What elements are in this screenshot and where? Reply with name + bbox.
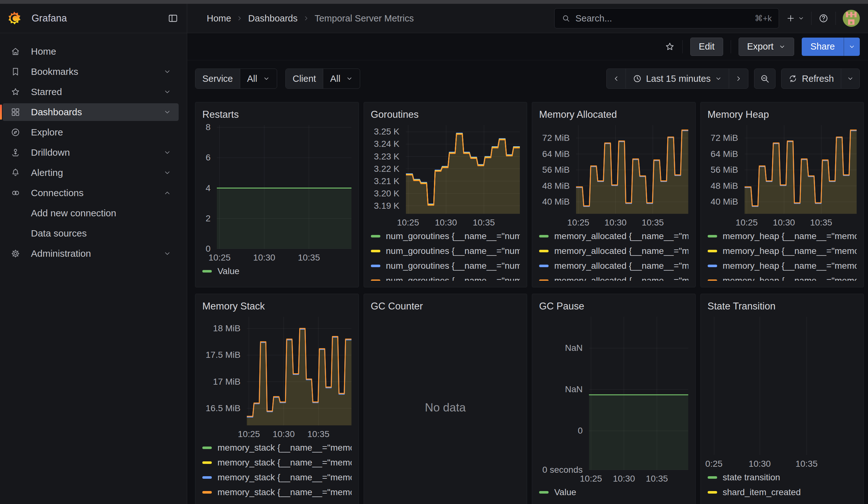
legend-item[interactable]: num_goroutines {__name__="num_go: [371, 231, 520, 241]
breadcrumb: Home Dashboards Temporal Server Metrics: [207, 13, 414, 24]
chevron-down-icon[interactable]: [164, 169, 171, 176]
legend-item[interactable]: memory_allocated {__name__="memo: [539, 231, 689, 241]
chevron-down-icon[interactable]: [164, 108, 171, 116]
sidebar-item-explore[interactable]: Explore: [2, 123, 179, 141]
panel-title[interactable]: State Transition: [707, 299, 857, 313]
sidebar-item-data-sources[interactable]: Data sources: [2, 225, 179, 242]
sidebar-item-home[interactable]: Home: [2, 43, 179, 60]
sidebar-item-label: Bookmarks: [31, 66, 78, 77]
sidebar-item-alerting[interactable]: Alerting: [2, 164, 179, 182]
chevron-down-icon[interactable]: [164, 149, 171, 156]
panel-title[interactable]: GC Counter: [371, 299, 520, 313]
search-input[interactable]: Search... ⌘+k: [554, 8, 779, 28]
panel-title[interactable]: Memory Allocated: [539, 107, 689, 122]
sidebar-item-bookmarks[interactable]: Bookmarks: [2, 63, 179, 81]
breadcrumb-dashboards[interactable]: Dashboards: [248, 13, 297, 24]
edit-button[interactable]: Edit: [690, 38, 723, 56]
star-dashboard-icon[interactable]: [665, 42, 675, 52]
panel-chart: 18 MiB17.5 MiB17 MiB16.5 MiB10:2510:3010…: [202, 317, 352, 502]
sidebar-item-starred[interactable]: Starred: [2, 83, 179, 101]
legend-item[interactable]: num_goroutines {__name__="num_go: [371, 275, 520, 281]
legend-series-label: memory_allocated {__name__="memo: [554, 246, 689, 256]
sidebar-item-administration[interactable]: Administration: [2, 245, 179, 263]
sidebar-item-connections[interactable]: Connections: [2, 184, 179, 202]
share-dropdown-button[interactable]: [844, 38, 860, 56]
panel-title[interactable]: Memory Stack: [202, 299, 352, 313]
share-button[interactable]: Share: [802, 38, 844, 56]
legend-item[interactable]: memory_heap {__name__="memory_h: [707, 260, 857, 271]
sidebar-item-dashboards[interactable]: Dashboards: [2, 103, 179, 121]
legend-item[interactable]: Value: [202, 266, 352, 276]
x-tick-label: 10:30: [773, 218, 795, 228]
legend-item[interactable]: memory_allocated {__name__="memo: [539, 275, 689, 281]
y-tick-label: 16.5 MiB: [206, 403, 241, 413]
service-filter-selected: All: [247, 74, 257, 84]
legend-item[interactable]: memory_heap {__name__="memory_h: [707, 246, 857, 256]
legend-series-dash: [202, 461, 212, 464]
legend-series-dash: [539, 250, 549, 252]
legend-series-dash: [539, 279, 549, 281]
chevron-down-icon[interactable]: [164, 88, 171, 96]
legend-item[interactable]: memory_allocated {__name__="memo: [539, 246, 689, 256]
sidebar-item-drilldown[interactable]: Drilldown: [2, 144, 179, 161]
legend-item[interactable]: shard_item_created: [707, 487, 857, 497]
legend-item[interactable]: memory_allocated {__name__="memo: [539, 260, 689, 271]
client-filter-value[interactable]: All: [323, 69, 360, 89]
legend-series-label: num_goroutines {__name__="num_go: [386, 261, 520, 271]
panel-title[interactable]: Restarts: [202, 107, 352, 122]
legend-item[interactable]: memory_heap {__name__="memory_h: [707, 231, 857, 241]
panel-toggle-icon[interactable]: [168, 13, 178, 23]
y-tick-label: NaN: [565, 384, 583, 394]
add-new-button[interactable]: [786, 13, 804, 23]
zoom-out-button[interactable]: [754, 69, 776, 89]
refresh-interval-button[interactable]: [841, 69, 859, 89]
y-tick-label: 17 MiB: [213, 377, 240, 387]
panel-title[interactable]: GC Pause: [539, 299, 689, 313]
legend-item[interactable]: num_goroutines {__name__="num_go: [371, 246, 520, 256]
grafana-logo-icon[interactable]: [7, 11, 21, 25]
legend-item[interactable]: num_goroutines {__name__="num_go: [371, 260, 520, 271]
panel-chart: 3.25 K3.24 K3.23 K3.22 K3.21 K3.20 K3.19…: [371, 125, 520, 281]
legend-series-dash: [371, 250, 380, 252]
time-shift-back-button[interactable]: [607, 69, 626, 89]
bookmark-icon: [11, 67, 20, 76]
export-button[interactable]: Export: [738, 38, 794, 56]
legend-series-label: memory_allocated {__name__="memo: [554, 261, 689, 271]
content-area: Edit Export Share: [187, 33, 868, 504]
sidebar-item-add-new-connection[interactable]: Add new connection: [2, 204, 179, 222]
x-tick-label: 10:35: [642, 218, 664, 228]
legend-item[interactable]: memory_stack {__name__="memory_s: [202, 457, 352, 468]
panel-chart: 8642010:2510:3010:35Value: [202, 125, 352, 281]
legend-item[interactable]: state transition: [707, 472, 857, 483]
legend-item[interactable]: memory_heap {__name__="memory_h: [707, 275, 857, 281]
breadcrumb-current: Temporal Server Metrics: [315, 13, 414, 24]
search-placeholder: Search...: [576, 13, 612, 24]
legend-item[interactable]: Value: [539, 487, 689, 497]
legend-item[interactable]: memory_stack {__name__="memory_s: [202, 442, 352, 453]
sidebar-item-label: Administration: [31, 248, 91, 259]
user-avatar[interactable]: [843, 10, 860, 27]
star-icon: [11, 87, 20, 96]
window-top-strip: [0, 0, 868, 4]
chevron-down-icon: [798, 15, 804, 21]
chevron-down-icon[interactable]: [164, 250, 171, 257]
x-tick-label: 10:25: [238, 429, 260, 439]
chevron-up-icon[interactable]: [164, 189, 171, 197]
legend-item[interactable]: memory_stack {__name__="memory_s: [202, 472, 352, 483]
legend-item[interactable]: memory_stack {__name__="memory_s: [202, 487, 352, 497]
refresh-button[interactable]: Refresh: [782, 69, 841, 89]
time-shift-forward-button[interactable]: [729, 69, 748, 89]
legend-series-dash: [707, 476, 717, 479]
breadcrumb-home[interactable]: Home: [207, 13, 231, 24]
help-icon[interactable]: [818, 13, 828, 23]
chevron-down-icon[interactable]: [164, 68, 171, 75]
panel-title[interactable]: Memory Heap: [707, 107, 857, 122]
edit-button-label: Edit: [699, 41, 715, 52]
panel-legend: num_goroutines {__name__="num_gonum_goro…: [371, 231, 520, 281]
legend-series-label: memory_heap {__name__="memory_h: [723, 276, 857, 281]
chevron-down-icon: [779, 43, 786, 50]
y-tick-label: 17.5 MiB: [206, 350, 241, 360]
service-filter-value[interactable]: All: [240, 69, 277, 89]
panel-title[interactable]: Goroutines: [371, 107, 520, 122]
time-range-picker[interactable]: Last 15 minutes: [626, 69, 730, 89]
